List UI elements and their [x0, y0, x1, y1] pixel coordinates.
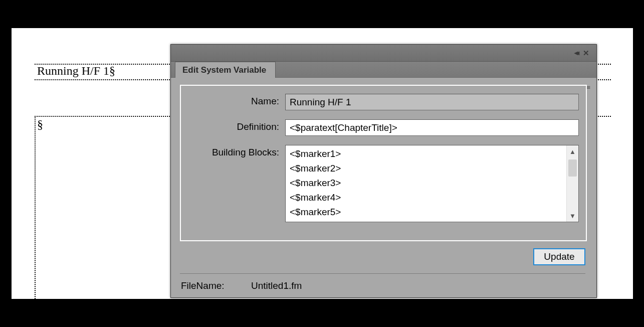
list-item[interactable]: <$marker2>	[290, 161, 566, 176]
dialog-titlebar[interactable]: ◂◂ ✕	[171, 45, 596, 62]
tab-edit-system-variable[interactable]: Edit System Variable	[175, 62, 276, 78]
section-marker: §	[37, 118, 43, 131]
scroll-down-icon[interactable]: ▼	[567, 210, 578, 222]
close-icon[interactable]: ✕	[583, 49, 589, 58]
name-field[interactable]	[285, 94, 579, 110]
filename-label: FileName:	[181, 280, 251, 291]
guide-line	[35, 116, 36, 299]
header-variable-text: Running H/F 1§	[37, 64, 115, 78]
footer-row: FileName: Untitled1.fm	[181, 280, 302, 291]
building-blocks-list[interactable]: <$marker1> <$marker2> <$marker3> <$marke…	[286, 145, 566, 222]
list-item[interactable]: <$marker3>	[290, 176, 566, 190]
separator	[180, 273, 585, 274]
dialog-tab-row: Edit System Variable ▾≡	[171, 62, 596, 78]
collapse-icon[interactable]: ◂◂	[574, 49, 577, 57]
list-item[interactable]: <$marker5>	[290, 205, 566, 219]
row-name: Name:	[188, 94, 579, 110]
label-name: Name:	[188, 94, 285, 107]
list-item[interactable]: <$marker1>	[290, 146, 566, 161]
scrollbar[interactable]: ▲ ▼	[566, 145, 578, 222]
definition-field[interactable]	[285, 119, 579, 136]
edit-system-variable-dialog: ◂◂ ✕ Edit System Variable ▾≡ Name: Defin…	[170, 44, 597, 298]
row-building-blocks: Building Blocks: <$marker1> <$marker2> <…	[188, 145, 579, 222]
filename-value: Untitled1.fm	[251, 280, 302, 291]
row-definition: Definition:	[188, 119, 579, 136]
scroll-thumb[interactable]	[568, 159, 577, 177]
label-definition: Definition:	[188, 119, 285, 132]
label-building-blocks: Building Blocks:	[188, 145, 285, 158]
update-button[interactable]: Update	[533, 248, 585, 265]
building-blocks-listbox[interactable]: <$marker1> <$marker2> <$marker3> <$marke…	[285, 145, 579, 222]
list-item[interactable]: <$marker4>	[290, 190, 566, 205]
scroll-up-icon[interactable]: ▲	[567, 145, 578, 157]
dialog-body: Name: Definition: Building Blocks: <$mar…	[180, 85, 587, 241]
